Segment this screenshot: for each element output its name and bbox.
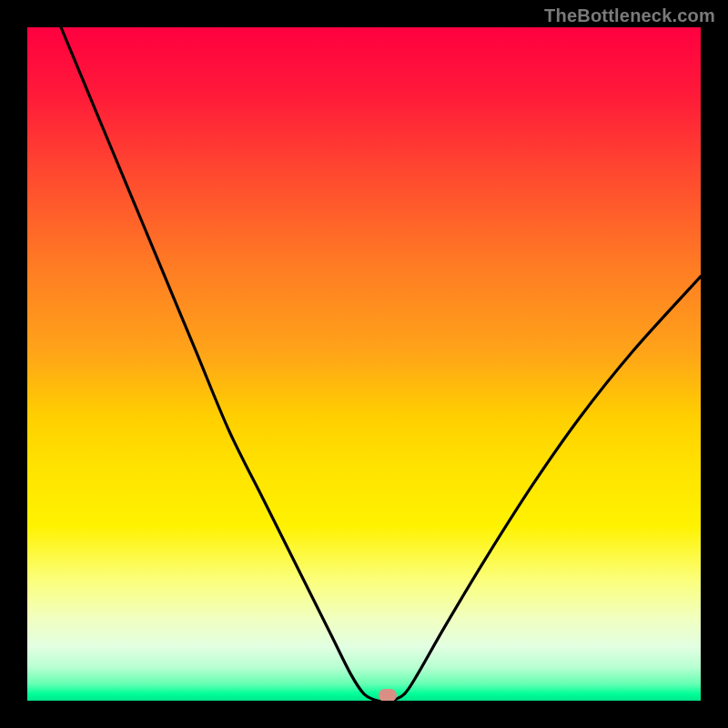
chart-frame: TheBottleneck.com — [0, 0, 728, 728]
watermark-text: TheBottleneck.com — [544, 5, 715, 26]
bottleneck-curve — [27, 27, 701, 701]
optimal-point-marker — [379, 689, 397, 701]
plot-area — [27, 27, 701, 701]
